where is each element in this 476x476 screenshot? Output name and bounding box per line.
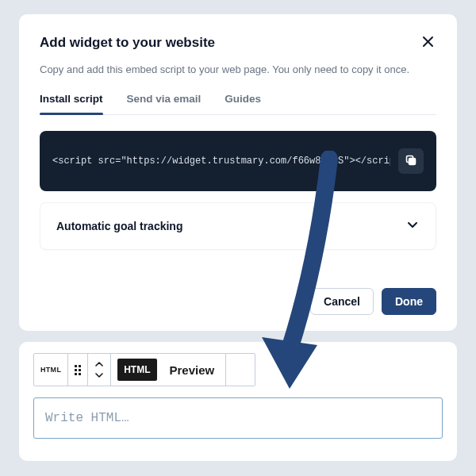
- block-type-label: HTML: [40, 366, 61, 374]
- copy-icon: [405, 154, 417, 169]
- cancel-button[interactable]: Cancel: [310, 288, 374, 315]
- html-input[interactable]: [33, 397, 443, 439]
- tab-install-script[interactable]: Install script: [40, 93, 103, 114]
- delete-cell[interactable]: [226, 354, 255, 386]
- view-mode-cell: HTML Preview: [111, 354, 226, 386]
- tab-guides[interactable]: Guides: [225, 93, 261, 114]
- embed-code-text: <script src="https://widget.trustmary.co…: [52, 155, 390, 167]
- install-widget-modal: Add widget to your website Copy and add …: [19, 14, 457, 331]
- done-button[interactable]: Done: [382, 288, 436, 315]
- modal-footer: Cancel Done: [40, 288, 436, 315]
- view-preview-tab[interactable]: Preview: [162, 354, 226, 386]
- close-icon: [422, 36, 434, 50]
- tabs: Install script Send via email Guides: [40, 93, 436, 115]
- move-up-down-cell[interactable]: [88, 354, 111, 386]
- modal-title: Add widget to your website: [40, 35, 215, 51]
- automatic-goal-tracking-accordion[interactable]: Automatic goal tracking: [40, 202, 436, 250]
- block-type-cell[interactable]: HTML: [34, 354, 68, 386]
- modal-header: Add widget to your website: [40, 33, 436, 52]
- modal-description: Copy and add this embed script to your w…: [40, 63, 436, 75]
- drag-handle-cell[interactable]: [68, 354, 88, 386]
- svg-rect-2: [409, 158, 416, 164]
- copy-button[interactable]: [398, 148, 424, 174]
- close-button[interactable]: [420, 33, 436, 52]
- embed-code-block: <script src="https://widget.trustmary.co…: [40, 131, 436, 191]
- html-editor-panel: HTML HTML Preview: [19, 342, 457, 461]
- accordion-label: Automatic goal tracking: [56, 220, 182, 232]
- drag-handle-icon: [75, 365, 81, 375]
- up-down-icon: [94, 362, 104, 378]
- editor-toolbar: HTML HTML Preview: [33, 353, 255, 386]
- view-html-tab[interactable]: HTML: [117, 359, 156, 381]
- chevron-down-icon: [405, 217, 420, 235]
- tab-send-via-email[interactable]: Send via email: [127, 93, 202, 114]
